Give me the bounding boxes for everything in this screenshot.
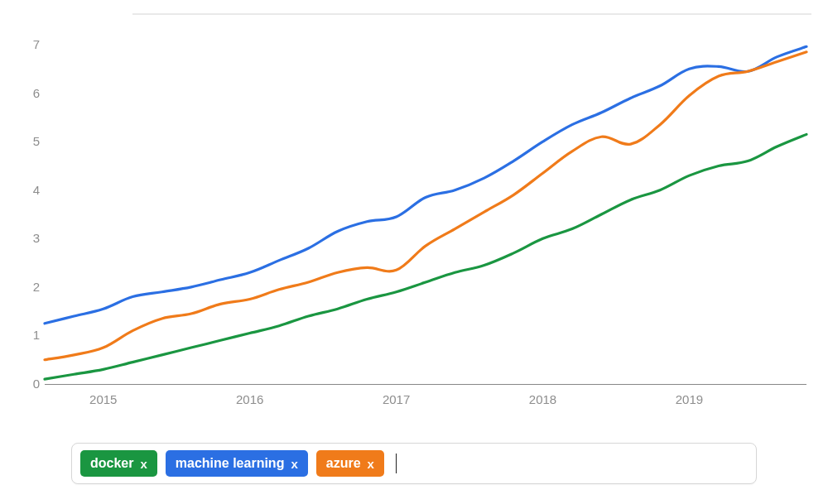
y-tick-label: 0 [20,377,40,391]
tag-machine-learning[interactable]: machine learning x [166,450,308,477]
tag-label: azure [326,457,361,470]
x-tick-label: 2017 [383,392,410,406]
close-icon[interactable]: x [291,458,297,470]
series-line-azure [45,52,806,360]
chart-plot-area: 0123456720152016201720182019 [45,45,806,384]
y-tick-label: 4 [20,183,40,197]
close-icon[interactable]: x [368,458,374,470]
tag-label: machine learning [176,457,285,470]
tag-docker[interactable]: docker x [80,450,157,477]
series-line-docker [45,134,806,379]
chart-x-axis-line [45,384,806,385]
tag-label: docker [90,457,133,470]
chart-lines-svg [45,45,806,384]
y-tick-label: 3 [20,231,40,245]
tag-azure[interactable]: azure x [316,450,384,477]
tag-input-bar[interactable]: docker x machine learning x azure x [71,443,757,484]
y-tick-label: 1 [20,328,40,342]
y-tick-label: 6 [20,86,40,100]
y-tick-label: 7 [20,37,40,51]
x-tick-label: 2016 [236,392,263,406]
x-tick-label: 2018 [529,392,556,406]
chart: 0123456720152016201720182019 [17,13,811,419]
chart-top-divider [132,13,811,15]
text-input-caret[interactable] [396,454,397,473]
page-root: 0123456720152016201720182019 docker x ma… [0,0,828,504]
y-tick-label: 2 [20,280,40,294]
y-tick-label: 5 [20,134,40,148]
x-tick-label: 2019 [676,392,703,406]
x-tick-label: 2015 [89,392,117,406]
close-icon[interactable]: x [140,458,147,470]
